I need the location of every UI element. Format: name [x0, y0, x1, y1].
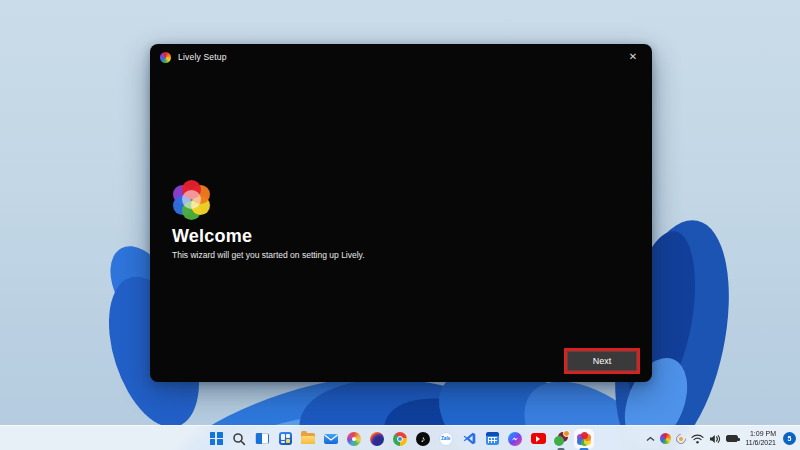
taskbar: ♪ Zalo [0, 425, 800, 450]
lively-app-icon [160, 52, 171, 63]
calendar-button[interactable] [484, 431, 500, 447]
youtube-icon [531, 433, 546, 444]
mail-icon [324, 434, 338, 444]
chrome-button[interactable] [392, 431, 408, 447]
tiktok-icon: ♪ [416, 432, 430, 446]
battery-icon [726, 435, 738, 442]
lively-tray-icon [660, 433, 671, 444]
calendar-icon [486, 432, 499, 445]
lively-setup-window: Lively Setup ✕ Welcome This wizard will … [150, 44, 652, 382]
clock-date: 11/6/2021 [745, 439, 776, 448]
welcome-subtitle: This wizard will get you started on sett… [172, 250, 365, 260]
widgets-button[interactable] [277, 431, 293, 447]
sync-icon [674, 431, 688, 445]
lively-taskbar-button[interactable] [576, 431, 592, 447]
window-titlebar[interactable]: Lively Setup ✕ [150, 44, 652, 70]
sync-tray-button[interactable] [676, 431, 686, 447]
vscode-button[interactable] [461, 431, 477, 447]
firefox-button[interactable] [369, 431, 385, 447]
welcome-heading: Welcome [172, 226, 252, 247]
notification-app-icon [554, 431, 569, 446]
lively-logo [172, 180, 212, 220]
widgets-icon [279, 432, 292, 445]
volume-button[interactable] [709, 431, 721, 447]
battery-button[interactable] [726, 431, 738, 447]
firefox-icon [370, 432, 384, 446]
photos-icon [347, 432, 361, 446]
start-button[interactable] [208, 431, 224, 447]
show-hidden-icons-button[interactable] [646, 431, 655, 447]
next-button[interactable]: Next [567, 351, 637, 371]
clock-time: 1:09 PM [745, 430, 776, 439]
notification-center-badge[interactable]: 5 [783, 432, 796, 445]
taskbar-clock[interactable]: 1:09 PM 11/6/2021 [743, 430, 778, 447]
vscode-icon [463, 432, 476, 445]
photos-button[interactable] [346, 431, 362, 447]
next-button-annotation: Next [564, 348, 640, 374]
file-explorer-icon [301, 433, 315, 444]
zalo-icon: Zalo [439, 432, 453, 446]
tiktok-button[interactable]: ♪ [415, 431, 431, 447]
close-icon[interactable]: ✕ [622, 47, 644, 66]
chrome-icon [393, 432, 407, 446]
search-button[interactable] [231, 431, 247, 447]
speaker-icon [709, 434, 721, 444]
chevron-up-icon [646, 436, 655, 442]
youtube-button[interactable] [530, 431, 546, 447]
zalo-button[interactable]: Zalo [438, 431, 454, 447]
wifi-icon [691, 434, 704, 444]
task-view-icon [255, 433, 269, 444]
windows-logo-icon [210, 432, 223, 445]
taskbar-center-icons: ♪ Zalo [208, 426, 592, 450]
search-icon [232, 432, 246, 446]
window-title: Lively Setup [178, 52, 227, 62]
system-tray: 1:09 PM 11/6/2021 5 [646, 426, 796, 450]
mail-button[interactable] [323, 431, 339, 447]
messenger-button[interactable] [507, 431, 523, 447]
network-button[interactable] [691, 431, 704, 447]
app-with-notification-button[interactable] [553, 431, 569, 447]
file-explorer-button[interactable] [300, 431, 316, 447]
lively-tray-button[interactable] [660, 431, 671, 447]
task-view-button[interactable] [254, 431, 270, 447]
lively-icon [577, 432, 591, 446]
messenger-icon [508, 432, 522, 446]
